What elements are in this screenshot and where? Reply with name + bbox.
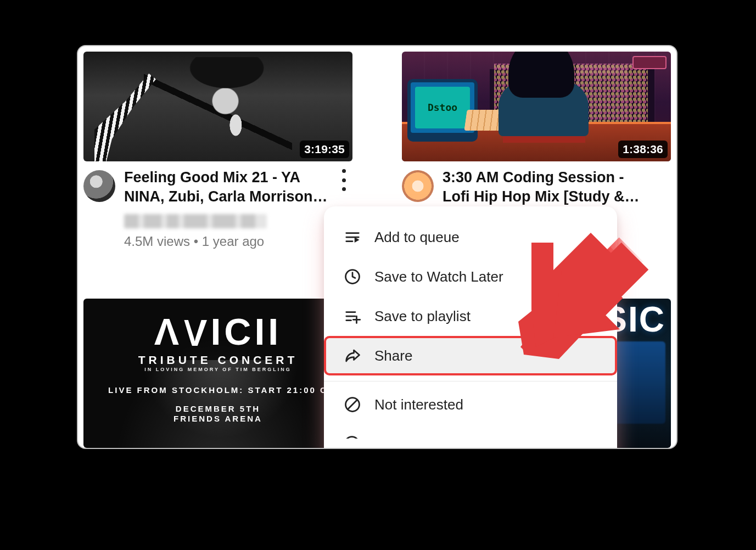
menu-separator xyxy=(324,381,617,381)
menu-item-add-to-queue[interactable]: Add to queue xyxy=(324,217,617,257)
share-icon xyxy=(344,347,361,364)
thumb-line: DECEMBER 5TH xyxy=(83,404,352,414)
channel-avatar[interactable] xyxy=(83,170,115,202)
decorative: Dstoo xyxy=(415,87,470,128)
thumb-subtitle: TRIBUTE CONCERT xyxy=(83,353,352,366)
menu-item-watch-later[interactable]: Save to Watch Later xyxy=(324,257,617,296)
channel-name-redacted xyxy=(124,214,267,228)
duration-badge: 3:19:35 xyxy=(300,141,349,158)
channel-avatar[interactable] xyxy=(402,170,434,202)
menu-item-share[interactable]: Share xyxy=(324,336,617,375)
thumb-line: FRIENDS ARENA xyxy=(83,414,352,424)
menu-item-label: Save to playlist xyxy=(374,308,471,325)
menu-item-label: Add to queue xyxy=(374,229,460,246)
svg-point-12 xyxy=(345,437,359,450)
brand-tag xyxy=(632,56,667,69)
partial-icon xyxy=(344,435,361,449)
svg-marker-3 xyxy=(355,237,360,243)
video-meta: Feeling Good Mix 21 - YA NINA, Zubi, Car… xyxy=(83,168,352,289)
svg-line-11 xyxy=(348,400,357,409)
clock-icon xyxy=(344,268,361,285)
menu-item-not-interested[interactable]: Not interested xyxy=(324,385,617,424)
more-options-button[interactable] xyxy=(337,169,350,191)
video-thumbnail[interactable]: 3:19:35 xyxy=(83,52,352,161)
video-thumbnail[interactable]: Dstoo 1:38:36 xyxy=(402,52,671,161)
app-frame: 3:19:35 Dstoo 1:38:36 Feeling Good Mix 2… xyxy=(77,45,677,449)
context-menu: Add to queue Save to Watch Later xyxy=(324,206,617,449)
decorative xyxy=(484,52,605,136)
menu-item-save-to-playlist[interactable]: Save to playlist xyxy=(324,296,617,336)
video-thumbnail[interactable]: ΛVICII TRIBUTE CONCERT IN LOVING MEMORY … xyxy=(83,299,352,448)
duration-badge: 1:38:36 xyxy=(618,141,668,158)
menu-item-label: Not interested xyxy=(374,396,463,413)
video-title[interactable]: Feeling Good Mix 21 - YA NINA, Zubi, Car… xyxy=(124,168,329,206)
thumb-subtitle-small: IN LOVING MEMORY OF TIM BERGLING xyxy=(83,367,352,373)
video-title[interactable]: 3:30 AM Coding Session - Lofi Hip Hop Mi… xyxy=(443,168,648,206)
queue-icon xyxy=(344,228,361,246)
menu-item-label: Share xyxy=(374,347,412,364)
menu-item-partial[interactable] xyxy=(324,424,617,449)
thumb-line: LIVE FROM STOCKHOLM: START 21:00 C xyxy=(83,385,352,395)
playlist-add-icon xyxy=(344,307,361,325)
thumb-logo: ΛVICII xyxy=(83,313,352,350)
video-stats: 4.5M views • 1 year ago xyxy=(124,234,264,249)
not-interested-icon xyxy=(344,396,361,413)
menu-item-label: Save to Watch Later xyxy=(374,268,503,285)
